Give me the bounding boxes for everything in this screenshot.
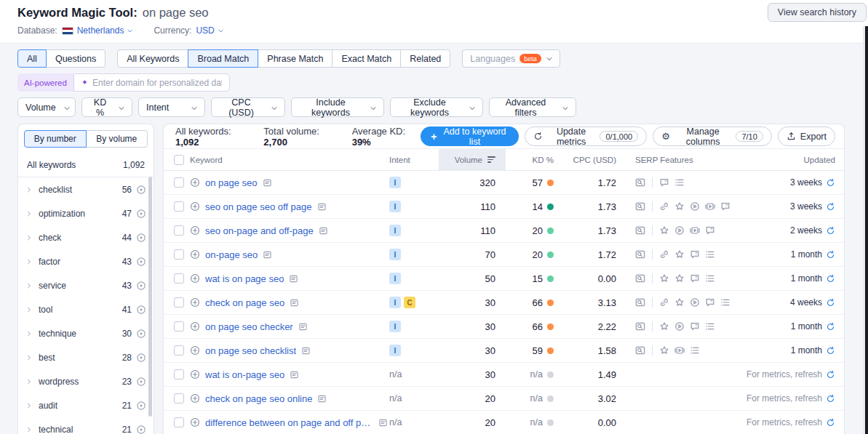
add-keyword-icon[interactable] — [190, 345, 200, 355]
sidebar-group-service[interactable]: service 43 — [18, 273, 154, 297]
add-keyword-icon[interactable] — [190, 201, 200, 212]
sidebar-group-wordpress[interactable]: wordpress 23 — [18, 369, 154, 393]
row-checkbox[interactable] — [174, 225, 184, 236]
refresh-icon[interactable] — [826, 178, 835, 188]
column-updated[interactable]: Updated — [744, 156, 844, 164]
keyword-link[interactable]: check on page seo online — [205, 393, 312, 404]
refresh-icon[interactable] — [826, 298, 835, 308]
match-tab-all[interactable]: All — [17, 49, 47, 68]
eye-icon[interactable] — [136, 185, 146, 195]
keyword-link[interactable]: on page seo checker — [205, 321, 293, 332]
add-to-keyword-list-button[interactable]: + Add to keyword list — [421, 126, 518, 146]
add-keyword-icon[interactable] — [190, 225, 200, 236]
match-tab-broad-match[interactable]: Broad Match — [188, 49, 258, 68]
refresh-icon[interactable] — [826, 274, 835, 284]
manage-columns-button[interactable]: ⚙ Manage columns 7/10 — [653, 126, 772, 146]
update-metrics-button[interactable]: Update metrics 0/1,000 — [525, 126, 648, 146]
page-scrollbar[interactable] — [865, 26, 868, 434]
serp-snapshot-icon[interactable] — [290, 298, 299, 308]
refresh-icon[interactable] — [826, 370, 835, 379]
database-select[interactable]: Netherlands — [77, 25, 134, 36]
keyword-link[interactable]: wat is on page seo — [205, 273, 284, 284]
keyword-link[interactable]: check on page seo — [205, 297, 284, 308]
column-intent[interactable]: Intent — [388, 156, 439, 164]
sidebar-group-audit[interactable]: audit 21 — [18, 393, 154, 417]
row-checkbox[interactable] — [174, 249, 184, 260]
row-checkbox[interactable] — [174, 297, 184, 308]
add-keyword-icon[interactable] — [190, 321, 200, 331]
row-checkbox[interactable] — [174, 345, 184, 355]
export-button[interactable]: Export — [778, 126, 835, 146]
refresh-icon[interactable] — [826, 226, 835, 236]
row-checkbox[interactable] — [174, 273, 184, 284]
sidebar-group-technical[interactable]: technical 21 — [18, 417, 154, 434]
view-search-history-button[interactable]: View search history — [768, 3, 867, 22]
match-tab-exact-match[interactable]: Exact Match — [332, 49, 401, 68]
add-keyword-icon[interactable] — [190, 249, 200, 260]
refresh-icon[interactable] — [826, 418, 835, 427]
serp-snapshot-icon[interactable] — [378, 418, 388, 427]
refresh-icon[interactable] — [826, 322, 835, 331]
keyword-link[interactable]: on page seo — [205, 177, 258, 188]
sidebar-all-keywords[interactable]: All keywords 1,092 — [18, 153, 154, 177]
domain-input-wrap[interactable]: ✦ — [73, 73, 230, 92]
sidebar-group-technique[interactable]: technique 30 — [18, 321, 154, 345]
column-keyword[interactable]: Keyword — [190, 156, 388, 164]
add-keyword-icon[interactable] — [190, 393, 200, 403]
serp-snapshot-icon[interactable] — [319, 226, 328, 236]
sidebar-group-checklist[interactable]: checklist 56 — [18, 177, 154, 201]
match-tab-all-keywords[interactable]: All Keywords — [117, 49, 188, 68]
add-keyword-icon[interactable] — [190, 369, 200, 379]
serp-snapshot-icon[interactable] — [263, 178, 272, 188]
sort-descending-icon[interactable] — [487, 156, 495, 163]
eye-icon[interactable] — [136, 209, 146, 219]
refresh-icon[interactable] — [826, 250, 835, 260]
eye-icon[interactable] — [136, 353, 146, 363]
row-checkbox[interactable] — [174, 321, 184, 331]
filter-intent[interactable]: Intent — [138, 97, 205, 117]
sidebar-tab-by-volume[interactable]: By volume — [86, 130, 148, 148]
refresh-icon[interactable] — [826, 202, 835, 212]
add-keyword-icon[interactable] — [190, 177, 200, 188]
serp-snapshot-icon[interactable] — [263, 250, 272, 260]
serp-snapshot-icon[interactable] — [317, 202, 327, 212]
serp-snapshot-icon[interactable] — [298, 322, 308, 331]
refresh-icon[interactable] — [826, 346, 835, 355]
keyword-link[interactable]: seo on page seo off page — [205, 201, 312, 212]
filter-kd[interactable]: KD % — [81, 97, 132, 117]
match-tab-phrase-match[interactable]: Phrase Match — [258, 49, 333, 68]
column-kd[interactable]: KD % — [506, 156, 560, 164]
eye-icon[interactable] — [136, 329, 146, 339]
sidebar-group-best[interactable]: best 28 — [18, 345, 154, 369]
keyword-link[interactable]: on page seo checklist — [205, 345, 296, 356]
filter-volume[interactable]: Volume — [17, 97, 76, 117]
sidebar-tab-by-number[interactable]: By number — [24, 130, 87, 148]
column-serp-features[interactable]: SERP Features — [624, 156, 744, 164]
column-cpc[interactable]: CPC (USD) — [560, 156, 624, 164]
sidebar-group-tool[interactable]: tool 41 — [18, 297, 154, 321]
languages-dropdown[interactable]: Languages beta — [462, 49, 560, 68]
sidebar-group-check[interactable]: check 44 — [18, 225, 154, 249]
add-keyword-icon[interactable] — [190, 297, 200, 308]
filter-include-keywords[interactable]: Include keywords — [291, 97, 384, 117]
row-checkbox[interactable] — [174, 369, 184, 379]
serp-snapshot-icon[interactable] — [289, 274, 298, 284]
add-keyword-icon[interactable] — [190, 273, 200, 284]
keyword-link[interactable]: difference between on page and off page … — [205, 417, 373, 428]
sidebar-group-factor[interactable]: factor 43 — [18, 249, 154, 273]
eye-icon[interactable] — [136, 377, 146, 387]
eye-icon[interactable] — [136, 401, 146, 411]
row-checkbox[interactable] — [174, 177, 184, 188]
currency-select[interactable]: USD — [196, 25, 223, 36]
eye-icon[interactable] — [136, 425, 146, 434]
filter-advanced-filters[interactable]: Advanced filters — [489, 97, 576, 117]
eye-icon[interactable] — [136, 305, 146, 315]
match-tab-questions[interactable]: Questions — [46, 49, 105, 68]
refresh-icon[interactable] — [826, 394, 835, 403]
eye-icon[interactable] — [136, 281, 146, 291]
sidebar-scrollbar[interactable] — [148, 177, 152, 417]
filter-exclude-keywords[interactable]: Exclude keywords — [390, 97, 483, 117]
match-tab-related[interactable]: Related — [400, 49, 450, 68]
row-checkbox[interactable] — [174, 417, 184, 427]
eye-icon[interactable] — [136, 257, 146, 267]
